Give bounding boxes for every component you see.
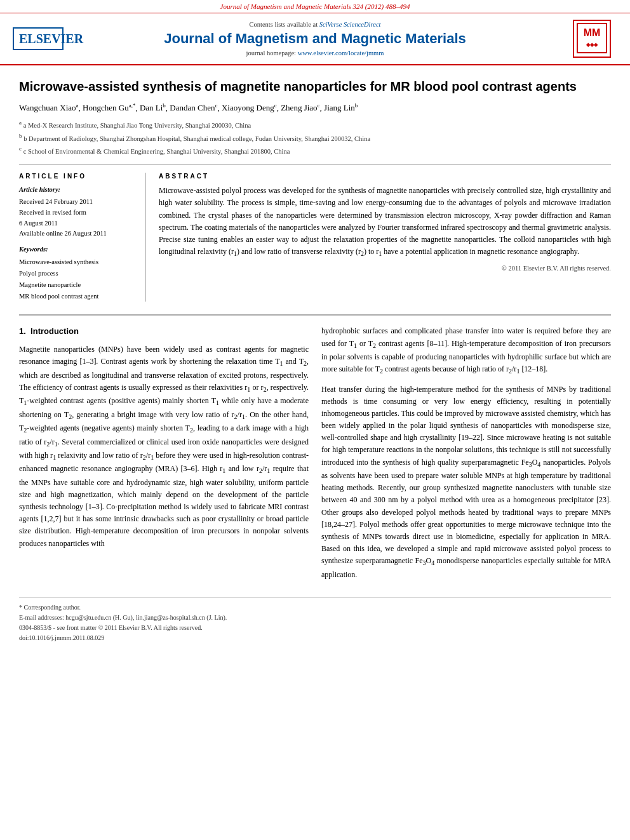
keyword-3: Magnetite nanoparticle — [19, 279, 136, 291]
history-heading: Article history: — [19, 185, 136, 196]
elsevier-logo-box: ELSEVIER — [13, 27, 64, 50]
footnote-doi: doi:10.1016/j.jmmm.2011.08.029 — [19, 633, 611, 643]
authors-line: Wangchuan Xiaoa, Hongchen Gua,*, Dan Lib… — [19, 102, 611, 113]
journal-logo-box: MM ◆◆◆ — [573, 20, 611, 58]
journal-mm-logo: MM ◆◆◆ — [576, 22, 608, 56]
article-info-col: ARTICLE INFO Article history: Received 2… — [19, 173, 146, 302]
contents-line: Contents lists available at SciVerse Sci… — [64, 21, 566, 28]
keywords-heading: Keywords: — [19, 244, 136, 255]
journal-logo-right: MM ◆◆◆ — [566, 20, 617, 58]
elsevier-logo-area: ELSEVIER — [13, 27, 64, 50]
body-left-para1: Magnetite nanoparticles (MNPs) have been… — [19, 343, 309, 550]
svg-text:MM: MM — [584, 27, 601, 38]
affil-a-text: a Med-X Research Institute, Shanghai Jia… — [23, 122, 251, 129]
received-revised-date: 6 August 2011 — [19, 218, 136, 229]
affil-a: a a Med-X Research Institute, Shanghai J… — [19, 118, 611, 131]
body-right-para2: Heat transfer during the high-temperatur… — [321, 383, 611, 581]
affil-c: c c School of Environmental & Chemical E… — [19, 144, 611, 157]
journal-citation-text: Journal of Magnetism and Magnetic Materi… — [220, 3, 410, 10]
article-info-label: ARTICLE INFO — [19, 173, 136, 180]
section1-title: Introduction — [30, 326, 79, 336]
affil-b: b b Department of Radiology, Shanghai Zh… — [19, 131, 611, 144]
body-right-para1: hydrophobic surfaces and complicated pha… — [321, 325, 611, 377]
abstract-label: ABSTRACT — [159, 173, 611, 180]
svg-text:◆◆◆: ◆◆◆ — [586, 42, 598, 48]
footnote-issn: 0304-8853/$ - see front matter © 2011 El… — [19, 623, 611, 633]
abstract-col: ABSTRACT Microwave-assisted polyol proce… — [159, 173, 611, 302]
body-right-col: hydrophobic surfaces and complicated pha… — [321, 325, 611, 587]
body-two-col: 1. Introduction Magnetite nanoparticles … — [19, 325, 611, 587]
sciverse-link[interactable]: SciVerse ScienceDirect — [319, 21, 381, 28]
contents-text: Contents lists available at — [250, 21, 318, 28]
paper-title: Microwave-assisted synthesis of magnetit… — [19, 78, 611, 95]
main-content: Microwave-assisted synthesis of magnetit… — [0, 78, 630, 643]
journal-citation-bar: Journal of Magnetism and Magnetic Materi… — [0, 0, 630, 13]
body-left-col: 1. Introduction Magnetite nanoparticles … — [19, 325, 309, 587]
keyword-4: MR blood pool contrast agent — [19, 291, 136, 302]
article-info-abstract-row: ARTICLE INFO Article history: Received 2… — [19, 173, 611, 302]
affil-b-text: b Department of Radiology, Shanghai Zhon… — [23, 135, 370, 142]
affil-c-text: c School of Environmental & Chemical Eng… — [23, 147, 290, 154]
journal-title-center: Contents lists available at SciVerse Sci… — [64, 21, 566, 57]
article-history: Article history: Received 24 February 20… — [19, 185, 136, 302]
journal-homepage: journal homepage: www.elsevier.com/locat… — [64, 50, 566, 57]
section1-number: 1. — [19, 326, 26, 336]
abstract-text: Microwave-assisted polyol process was de… — [159, 185, 611, 259]
available-online: Available online 26 August 2011 — [19, 229, 136, 239]
copyright-line: © 2011 Elsevier B.V. All rights reserved… — [159, 265, 611, 272]
keyword-2: Polyol process — [19, 268, 136, 279]
journal-header: ELSEVIER Contents lists available at Sci… — [0, 13, 630, 65]
received-date: Received 24 February 2011 — [19, 197, 136, 208]
homepage-url[interactable]: www.elsevier.com/locate/jmmm — [298, 50, 384, 57]
section1-heading: 1. Introduction — [19, 325, 309, 338]
footnote-corresponding: * Corresponding author. — [19, 603, 611, 613]
body-content: 1. Introduction Magnetite nanoparticles … — [19, 314, 611, 643]
homepage-label: journal homepage: — [246, 50, 296, 57]
received-revised-label: Received in revised form — [19, 208, 136, 218]
footnote-area: * Corresponding author. E-mail addresses… — [19, 597, 611, 643]
elsevier-wordmark: ELSEVIER — [19, 31, 57, 46]
separator-1 — [19, 164, 611, 165]
keywords-list: Microwave-assisted synthesis Polyol proc… — [19, 257, 136, 302]
affiliations: a a Med-X Research Institute, Shanghai J… — [19, 118, 611, 157]
footnote-emails: E-mail addresses: hcgu@sjtu.edu.cn (H. G… — [19, 613, 611, 623]
journal-main-title: Journal of Magnetism and Magnetic Materi… — [64, 30, 566, 47]
keyword-1: Microwave-assisted synthesis — [19, 257, 136, 268]
